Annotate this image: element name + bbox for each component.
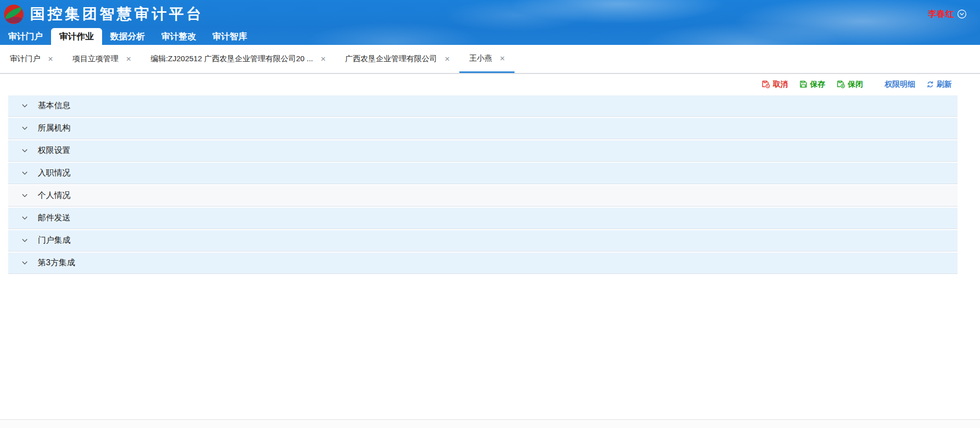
- logo-circle: [4, 5, 23, 24]
- primary-nav: 审计门户 审计作业 数据分析 审计整改 审计智库: [0, 28, 980, 45]
- chevron-down-icon[interactable]: [21, 260, 28, 266]
- close-icon[interactable]: ×: [321, 55, 326, 63]
- chevron-down-icon[interactable]: [21, 237, 28, 244]
- tab-label: 项目立项管理: [72, 54, 118, 64]
- tab-audit-portal[interactable]: 审计门户 ×: [0, 45, 63, 73]
- section-label: 基本信息: [38, 100, 70, 111]
- section-label: 权限设置: [38, 145, 70, 156]
- refresh-button[interactable]: 刷新: [926, 80, 952, 89]
- chevron-down-circle-icon[interactable]: [957, 9, 967, 19]
- accordion-section-onboarding[interactable]: 入职情况: [8, 163, 958, 184]
- tab-guangxi-nongken[interactable]: 广西农垦企业管理有限公司 ×: [335, 45, 459, 73]
- section-label: 第3方集成: [38, 258, 75, 268]
- tab-project-approval[interactable]: 项目立项管理 ×: [63, 45, 141, 73]
- document-tabbar: 审计门户 × 项目立项管理 × 编辑:ZJ202512 广西农垦企业管理有限公司…: [0, 45, 980, 74]
- save-icon: [799, 80, 807, 88]
- header-top-row: 国控集团智慧审计平台 李春红: [0, 0, 980, 28]
- save-close-button[interactable]: 保闭: [837, 80, 863, 89]
- form-accordion: 基本信息 所属机构 权限设置 入职情况 个人情况 邮件发送 门户集成 第3方集成: [8, 95, 958, 274]
- refresh-icon: [926, 81, 934, 88]
- nav-item-audit-portal[interactable]: 审计门户: [0, 28, 51, 45]
- chevron-down-icon[interactable]: [21, 103, 28, 109]
- nav-item-audit-rectify[interactable]: 审计整改: [153, 28, 204, 45]
- accordion-section-permissions[interactable]: 权限设置: [8, 140, 958, 162]
- save-button[interactable]: 保存: [799, 80, 825, 89]
- close-icon[interactable]: ×: [126, 55, 131, 63]
- accordion-section-personal[interactable]: 个人情况: [8, 185, 958, 207]
- chevron-down-icon[interactable]: [21, 170, 28, 177]
- section-label: 个人情况: [38, 190, 70, 201]
- tab-wang-xiaoyan[interactable]: 王小燕 ×: [459, 45, 514, 73]
- company-logo-icon: [4, 5, 23, 24]
- chevron-down-icon[interactable]: [21, 147, 28, 154]
- accordion-section-portal-integration[interactable]: 门户集成: [8, 230, 958, 251]
- close-icon[interactable]: ×: [500, 54, 505, 63]
- window-bottom-edge: [0, 419, 980, 428]
- tab-label: 编辑:ZJ202512 广西农垦企业管理有限公司20 ...: [151, 54, 313, 64]
- tab-label: 审计门户: [10, 54, 40, 64]
- section-label: 门户集成: [38, 235, 70, 246]
- cancel-button[interactable]: 取消: [762, 80, 788, 89]
- user-menu[interactable]: 李春红: [928, 8, 967, 20]
- nav-item-data-analysis[interactable]: 数据分析: [102, 28, 153, 45]
- chevron-down-icon[interactable]: [21, 192, 28, 199]
- close-icon[interactable]: ×: [445, 55, 450, 63]
- tab-edit-zj202512[interactable]: 编辑:ZJ202512 广西农垦企业管理有限公司20 ... ×: [141, 45, 335, 73]
- page-title: 国控集团智慧审计平台: [30, 4, 204, 24]
- save-cancel-icon: [762, 80, 770, 88]
- tab-label: 广西农垦企业管理有限公司: [345, 54, 437, 64]
- nav-item-audit-work[interactable]: 审计作业: [51, 28, 102, 45]
- chevron-down-icon[interactable]: [21, 125, 28, 132]
- permission-detail-button[interactable]: 权限明细: [885, 80, 915, 89]
- section-label: 邮件发送: [38, 213, 70, 223]
- section-label: 入职情况: [38, 168, 70, 179]
- chevron-down-icon[interactable]: [21, 215, 28, 221]
- app-header: 国控集团智慧审计平台 李春红 审计门户 审计作业 数据分析 审计整改 审计智库: [0, 0, 980, 45]
- user-name: 李春红: [928, 8, 954, 20]
- accordion-section-mail[interactable]: 邮件发送: [8, 208, 958, 229]
- section-label: 所属机构: [38, 123, 70, 134]
- nav-item-audit-library[interactable]: 审计智库: [204, 28, 255, 45]
- tab-label: 王小燕: [469, 54, 492, 63]
- accordion-section-organization[interactable]: 所属机构: [8, 118, 958, 139]
- accordion-section-basic-info[interactable]: 基本信息: [8, 95, 958, 117]
- close-icon[interactable]: ×: [48, 55, 53, 63]
- action-toolbar: 取消 保存 保闭 权限明细 刷新: [0, 74, 980, 94]
- accordion-section-third-party[interactable]: 第3方集成: [8, 253, 958, 274]
- save-close-icon: [837, 80, 845, 88]
